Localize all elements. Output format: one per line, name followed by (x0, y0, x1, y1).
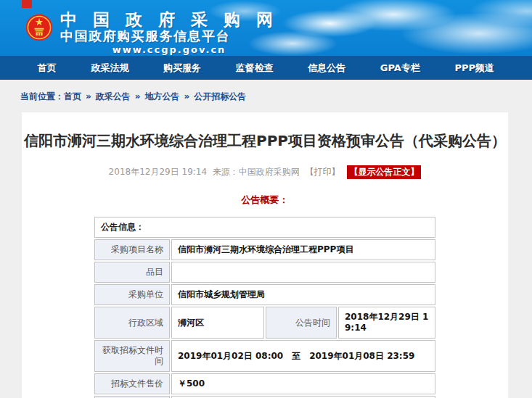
breadcrumb-prefix: 当前位置： (20, 91, 64, 101)
field-label: 获取招标文件时间 (94, 340, 170, 372)
nav-item-gpa[interactable]: GPA专栏 (380, 62, 420, 75)
nav-item-purchase-services[interactable]: 购买服务 (163, 62, 201, 75)
breadcrumb-procurement-notices[interactable]: 政采公告 (96, 91, 131, 101)
table-row: 招标文件售价 ￥500 (94, 373, 435, 394)
field-label: 品目 (94, 262, 170, 283)
table-row: 采购项目名称 信阳市浉河三期水环境综合治理工程PPP项目 (94, 239, 435, 260)
field-label: 采购单位 (94, 284, 170, 305)
site-header: 中 国 政 府 采 购 网 中国政府购买服务信息平台 www.ccgp.gov.… (0, 0, 532, 56)
source-label: 来源：中国政府采购网 (213, 167, 300, 177)
nav-item-regulations[interactable]: 政采法规 (91, 62, 128, 75)
national-emblem-icon (25, 14, 53, 41)
summary-heading: 公告概要： (22, 194, 508, 207)
nav-item-notices[interactable]: 信息公告 (308, 62, 345, 75)
field-value: 信阳市浉河三期水环境综合治理工程PPP项目 (171, 239, 435, 260)
red-ribbon-decoration (22, 0, 32, 8)
notice-summary-table: 公告信息： 采购项目名称 信阳市浉河三期水环境综合治理工程PPP项目 品目 采购… (93, 215, 437, 398)
logo-text: 中 国 政 府 采 购 网 中国政府购买服务信息平台 www.ccgp.gov.… (60, 11, 278, 56)
breadcrumb: 当前位置：首页»政采公告»地方公告»公开招标公告 (0, 80, 532, 112)
field-label: 招标文件售价 (94, 373, 170, 394)
field-value: 2019年01月02日 08:00 至 2019年01月08日 23:59 (171, 340, 435, 372)
breadcrumb-local-notices[interactable]: 地方公告 (145, 91, 180, 101)
section-title-cell: 公告信息： (94, 217, 435, 238)
field-value (171, 262, 435, 283)
field-value: 信阳市城乡规划管理局 (171, 284, 435, 305)
breadcrumb-separator: » (184, 91, 190, 101)
table-row: 行政区域 浉河区 公告时间 2018年12月29日 19:14 (94, 307, 435, 339)
table-row: 品目 (94, 262, 435, 283)
site-subtitle: 中国政府购买服务信息平台 (60, 28, 278, 43)
main-nav: 首页 政采法规 购买服务 监督检查 信息公告 GPA专栏 PPP频道 (0, 56, 532, 80)
nav-item-ppp[interactable]: PPP频道 (455, 62, 495, 75)
field-value: 2018年12月29日 19:14 (338, 307, 435, 339)
show-notice-button[interactable]: 【显示公告正文】 (347, 165, 421, 179)
table-section-row: 公告信息： (94, 217, 435, 238)
breadcrumb-separator: » (86, 91, 91, 101)
site-url: www.ccgp.gov.cn (60, 43, 278, 56)
nav-item-home[interactable]: 首页 (38, 62, 57, 75)
field-label: 行政区域 (94, 307, 170, 339)
breadcrumb-open-tender[interactable]: 公开招标公告 (194, 91, 246, 101)
breadcrumb-separator: » (135, 91, 141, 101)
print-button[interactable]: 【打印】 (306, 167, 340, 177)
field-value: 浉河区 (171, 307, 264, 339)
content-box: 信阳市浉河三期水环境综合治理工程PPP项目资格预审公告（代采购公告） 2018年… (22, 112, 508, 398)
field-value: ￥500 (171, 373, 435, 394)
field-label: 公告时间 (266, 307, 337, 339)
field-label: 采购项目名称 (94, 239, 170, 260)
publish-datetime: 2018年12月29日 19:14 (109, 167, 207, 177)
site-title: 中 国 政 府 采 购 网 (60, 11, 278, 28)
nav-item-supervision[interactable]: 监督检查 (236, 62, 274, 75)
article-meta: 2018年12月29日 19:14 来源：中国政府采购网 【打印】 【显示公告正… (22, 165, 508, 179)
table-row: 采购单位 信阳市城乡规划管理局 (94, 284, 435, 305)
site-logo[interactable]: 中 国 政 府 采 购 网 中国政府购买服务信息平台 www.ccgp.gov.… (25, 11, 278, 56)
page-title: 信阳市浉河三期水环境综合治理工程PPP项目资格预审公告（代采购公告） (22, 112, 508, 151)
table-row: 获取招标文件时间 2019年01月02日 08:00 至 2019年01月08日… (94, 340, 435, 372)
breadcrumb-home[interactable]: 首页 (64, 91, 81, 101)
